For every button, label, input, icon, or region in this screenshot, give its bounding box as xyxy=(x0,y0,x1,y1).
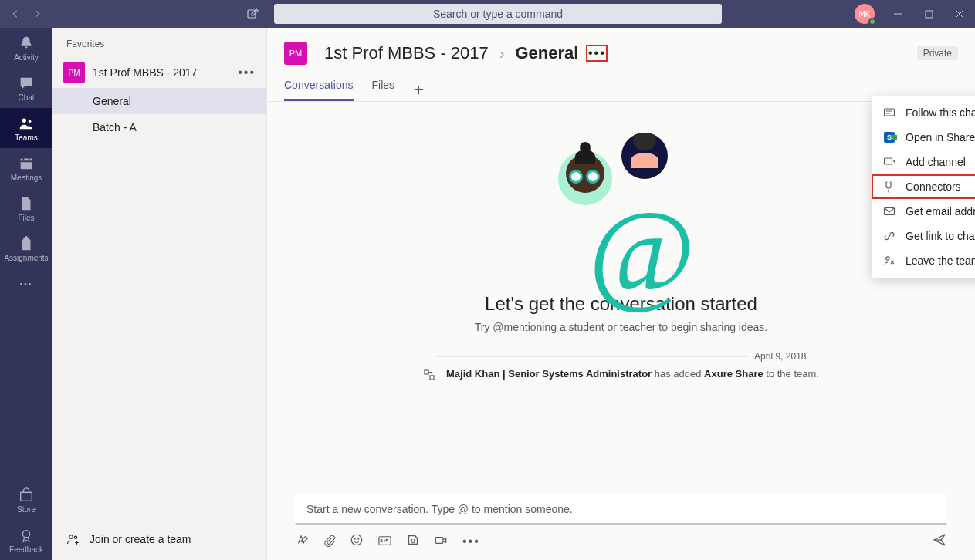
add-tab-button[interactable] xyxy=(413,79,425,101)
rail-label: Teams xyxy=(15,133,37,142)
join-or-create-label: Join or create a team xyxy=(90,533,191,545)
add-team-icon xyxy=(66,532,80,546)
tab-conversations[interactable]: Conversations xyxy=(284,79,354,101)
store-icon xyxy=(18,487,35,504)
menu-follow-channel[interactable]: Follow this channel xyxy=(872,100,975,125)
channel-sidebar: Favorites PM 1st Prof MBBS - 2017 ••• Ge… xyxy=(52,28,267,560)
attach-button[interactable] xyxy=(323,534,336,550)
svg-rect-10 xyxy=(430,376,434,380)
channel-tabs: Conversations Files xyxy=(284,79,958,101)
svg-rect-9 xyxy=(425,370,428,374)
leave-icon xyxy=(882,255,896,267)
add-channel-icon xyxy=(882,156,896,168)
breadcrumb: PM 1st Prof MBBS - 2017 › General ••• Pr… xyxy=(284,42,958,65)
team-item[interactable]: PM 1st Prof MBBS - 2017 ••• xyxy=(52,57,266,88)
plus-icon xyxy=(413,84,425,96)
ellipsis-icon: ••• xyxy=(588,46,606,60)
main-panel: PM 1st Prof MBBS - 2017 › General ••• Pr… xyxy=(267,28,975,560)
menu-add-channel[interactable]: Add channel xyxy=(872,150,975,174)
rail-label: Meetings xyxy=(11,174,42,182)
title-bar: Search or type a command MK xyxy=(0,0,975,28)
svg-rect-4 xyxy=(21,158,32,169)
menu-connectors[interactable]: Connectors xyxy=(872,174,975,199)
svg-point-2 xyxy=(22,118,27,123)
channel-context-menu: Follow this channel S Open in SharePoint… xyxy=(872,96,975,278)
format-button[interactable] xyxy=(295,533,309,550)
svg-point-14 xyxy=(886,257,889,260)
window-minimize-button[interactable] xyxy=(882,0,913,28)
system-message-user: Majid Khan | Senior Systems Administrato… xyxy=(446,368,652,380)
sticker-button[interactable] xyxy=(406,533,420,550)
rail-item-meetings[interactable]: Meetings xyxy=(0,148,52,188)
follow-icon xyxy=(882,106,896,119)
tab-files[interactable]: Files xyxy=(372,79,395,101)
svg-point-19 xyxy=(411,539,412,540)
menu-get-link[interactable]: Get link to channel xyxy=(872,224,975,248)
svg-rect-12 xyxy=(885,158,892,164)
rail-item-assignments[interactable]: Assignments xyxy=(0,228,52,268)
channel-item-batch-a[interactable]: Batch - A xyxy=(52,114,266,140)
presence-indicator xyxy=(868,18,876,25)
team-badge: PM xyxy=(63,62,85,83)
connectors-icon xyxy=(882,180,896,193)
rail-label: Activity xyxy=(14,53,39,62)
compose-button[interactable] xyxy=(242,3,263,25)
rail-item-feedback[interactable]: Feedback xyxy=(0,520,52,560)
svg-rect-21 xyxy=(435,537,443,543)
breadcrumb-channel: General xyxy=(515,43,578,63)
team-name: 1st Prof MBBS - 2017 xyxy=(93,66,238,79)
menu-leave-team[interactable]: Leave the team xyxy=(872,248,975,273)
svg-rect-5 xyxy=(21,492,32,501)
calendar-icon xyxy=(18,155,35,172)
rail-item-chat[interactable]: Chat xyxy=(0,68,52,108)
emoji-button[interactable] xyxy=(350,533,364,550)
menu-label: Leave the team xyxy=(906,255,975,267)
team-more-button[interactable]: ••• xyxy=(238,66,256,79)
meetnow-button[interactable] xyxy=(434,533,449,551)
rail-label: Chat xyxy=(18,93,34,102)
rail-label: Feedback xyxy=(9,545,43,554)
window-maximize-button[interactable] xyxy=(913,0,944,28)
join-or-create-team-button[interactable]: Join or create a team xyxy=(52,518,266,560)
composer-more-button[interactable]: ••• xyxy=(462,535,480,548)
svg-rect-1 xyxy=(926,11,933,18)
back-button[interactable] xyxy=(5,3,26,25)
welcome-illustration: @ xyxy=(544,133,699,279)
feedback-icon xyxy=(18,527,35,544)
message-input[interactable]: Start a new conversation. Type @ to ment… xyxy=(295,494,947,525)
menu-label: Get email address xyxy=(906,205,975,218)
menu-label: Follow this channel xyxy=(906,106,975,119)
menu-open-sharepoint[interactable]: S Open in SharePoint xyxy=(872,125,975,150)
rail-overflow-button[interactable]: ••• xyxy=(0,268,52,299)
profile-avatar[interactable]: MK xyxy=(855,4,875,24)
link-icon xyxy=(882,230,896,242)
channel-more-button[interactable]: ••• xyxy=(586,45,608,62)
rail-item-teams[interactable]: Teams xyxy=(0,108,52,148)
date-divider: April 9, 2018 xyxy=(436,356,807,357)
svg-rect-11 xyxy=(885,109,895,116)
teams-icon xyxy=(18,115,35,132)
header-team-badge: PM xyxy=(284,42,307,65)
rail-item-activity[interactable]: Activity xyxy=(0,28,52,68)
system-message: Majid Khan | Senior Systems Administrato… xyxy=(446,368,819,380)
send-button[interactable] xyxy=(932,532,947,551)
channel-item-general[interactable]: General xyxy=(52,88,266,114)
menu-label: Add channel xyxy=(906,156,966,168)
search-input[interactable]: Search or type a command xyxy=(274,4,722,24)
gif-button[interactable] xyxy=(377,533,392,551)
window-close-button[interactable] xyxy=(944,0,975,28)
avatar-initials: MK xyxy=(859,10,871,19)
menu-get-email[interactable]: Get email address xyxy=(872,199,975,224)
breadcrumb-team[interactable]: 1st Prof MBBS - 2017 xyxy=(324,43,489,63)
system-message-app: Axure Share xyxy=(704,368,763,380)
rail-item-store[interactable]: Store xyxy=(0,480,52,520)
svg-point-8 xyxy=(74,536,76,538)
rail-label: Files xyxy=(18,214,34,222)
rail-item-files[interactable]: Files xyxy=(0,188,52,228)
chat-icon xyxy=(18,75,35,92)
menu-label: Get link to channel xyxy=(906,230,975,242)
forward-button[interactable] xyxy=(26,3,48,25)
bell-icon xyxy=(18,35,35,52)
composer: Start a new conversation. Type @ to ment… xyxy=(267,486,975,560)
svg-point-7 xyxy=(69,535,73,539)
